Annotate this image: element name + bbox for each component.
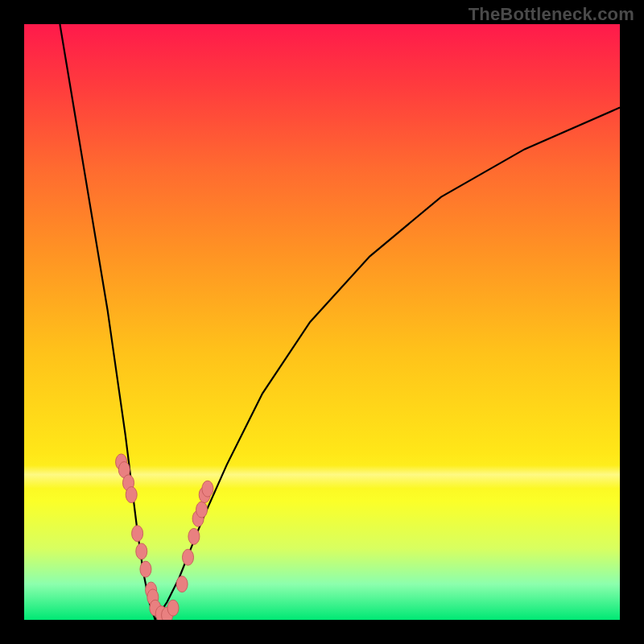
curve-svg — [24, 24, 620, 620]
plot-area — [24, 24, 620, 620]
deviation-curve — [60, 24, 620, 620]
data-point-markers — [116, 454, 213, 620]
watermark-text: TheBottleneck.com — [469, 4, 634, 25]
data-point-marker — [176, 576, 188, 592]
data-point-marker — [140, 561, 151, 577]
data-point-marker — [202, 481, 213, 497]
data-point-marker — [126, 487, 137, 503]
data-point-marker — [136, 543, 147, 559]
data-point-marker — [182, 549, 193, 565]
bottleneck-curve — [60, 24, 620, 620]
data-point-marker — [132, 526, 143, 542]
data-point-marker — [196, 502, 207, 518]
data-point-marker — [188, 528, 200, 544]
chart-frame: TheBottleneck.com — [0, 0, 644, 644]
data-point-marker — [167, 600, 179, 616]
